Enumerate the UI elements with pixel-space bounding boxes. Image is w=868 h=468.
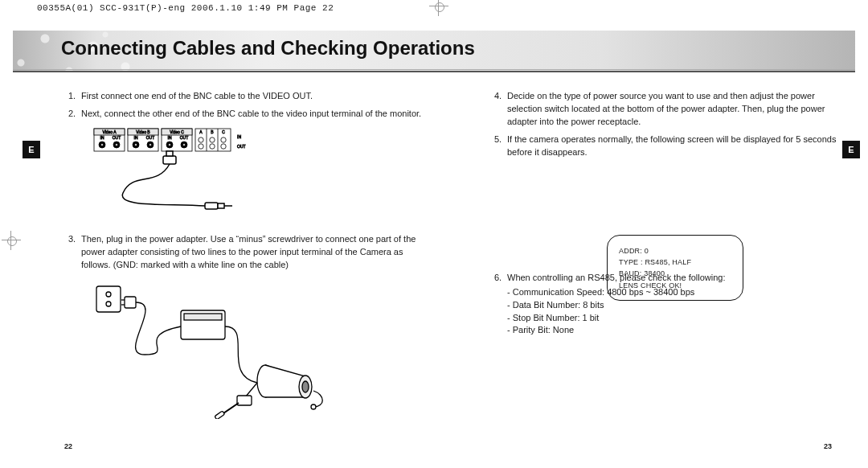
power-adapter-figure xyxy=(84,278,366,419)
step-1-num: 1. xyxy=(68,90,81,103)
right-column: 4. Decide on the type of power source yo… xyxy=(494,90,848,342)
svg-rect-51 xyxy=(215,411,225,419)
panel-label-video-c: Video C xyxy=(170,129,184,134)
osd-screen-box: ADDR: 0 TYPE : RS485, HALF BAUD: 38400 L… xyxy=(607,235,743,301)
svg-point-19 xyxy=(183,143,186,146)
step-3: 3. Then, plug in the power adapter. Use … xyxy=(68,233,422,272)
step-2: 2. Next, connect the other end of the BN… xyxy=(68,108,422,121)
title-underline xyxy=(13,71,855,72)
osd-line-4: LENS CHECK OK! xyxy=(619,280,731,291)
svg-rect-35 xyxy=(205,203,218,209)
rs485-databits: Data Bit Number: 8 bits xyxy=(507,299,848,312)
page-number-left: 22 xyxy=(64,442,72,450)
step-3-num: 3. xyxy=(68,233,81,272)
svg-rect-38 xyxy=(96,286,121,312)
title-band: Connecting Cables and Checking Operation… xyxy=(13,31,855,72)
section-title: Connecting Cables and Checking Operation… xyxy=(61,37,475,60)
osd-line-3: BAUD: 38400 xyxy=(619,268,731,279)
svg-rect-45 xyxy=(184,314,222,320)
crop-mark-top xyxy=(429,0,448,16)
svg-point-27 xyxy=(221,138,226,142)
side-tab-left: E xyxy=(23,141,40,158)
page-number-right: 23 xyxy=(824,442,832,450)
svg-rect-49 xyxy=(237,396,252,405)
svg-text:OUT: OUT xyxy=(237,144,246,149)
svg-text:IN: IN xyxy=(168,135,172,140)
svg-text:OUT: OUT xyxy=(146,135,155,140)
svg-point-52 xyxy=(311,404,316,409)
panel-label-video-a: Video A xyxy=(102,129,117,134)
osd-line-2: TYPE : RS485, HALF xyxy=(619,257,731,268)
crop-mark-left xyxy=(2,231,21,250)
step-4-text: Decide on the type of power source you w… xyxy=(507,90,848,129)
step-5: 5. If the camera operates normally, the … xyxy=(494,133,848,159)
left-column: 1. First connect one end of the BNC cabl… xyxy=(68,90,422,429)
svg-text:OUT: OUT xyxy=(180,135,189,140)
svg-point-3 xyxy=(101,143,104,146)
step-3-text: Then, plug in the power adapter. Use a “… xyxy=(81,233,422,272)
step-1-text: First connect one end of the BNC cable t… xyxy=(81,90,422,103)
svg-point-48 xyxy=(302,381,309,392)
svg-point-9 xyxy=(135,143,137,146)
svg-point-29 xyxy=(210,144,215,149)
step-4-num: 4. xyxy=(494,90,507,129)
print-crop-label: 00355A(01) SCC-931T(P)-eng 2006.1.10 1:4… xyxy=(37,3,334,13)
svg-point-25 xyxy=(199,138,203,142)
svg-rect-41 xyxy=(125,297,136,308)
step-2-text: Next, connect the other end of the BNC c… xyxy=(81,108,422,121)
svg-point-5 xyxy=(116,143,118,146)
step-4: 4. Decide on the type of power source yo… xyxy=(494,90,848,129)
svg-point-30 xyxy=(221,144,226,149)
rs485-parity: Parity Bit: None xyxy=(507,324,848,337)
panel-label-c: C xyxy=(222,129,225,134)
panel-label-video-b: Video B xyxy=(136,129,150,134)
svg-rect-34 xyxy=(166,151,173,156)
svg-point-26 xyxy=(210,138,215,142)
svg-point-28 xyxy=(199,144,203,149)
svg-point-11 xyxy=(149,143,152,146)
svg-text:IN: IN xyxy=(134,135,138,140)
monitor-panel-figure: Video A IN OUT Video B IN OUT Video C xyxy=(84,127,326,224)
panel-label-in: IN xyxy=(100,135,104,140)
svg-rect-33 xyxy=(163,156,176,164)
svg-rect-36 xyxy=(218,203,224,208)
step-1: 1. First connect one end of the BNC cabl… xyxy=(68,90,422,103)
step-6-num: 6. xyxy=(494,272,507,338)
svg-point-17 xyxy=(169,143,171,146)
svg-text:IN: IN xyxy=(237,134,241,139)
step-5-num: 5. xyxy=(494,133,507,159)
panel-label-out: OUT xyxy=(113,135,121,140)
osd-line-1: ADDR: 0 xyxy=(619,245,731,257)
step-5-text: If the camera operates normally, the fol… xyxy=(507,133,848,159)
step-2-num: 2. xyxy=(68,108,81,121)
rs485-stopbits: Stop Bit Number: 1 bit xyxy=(507,312,848,325)
